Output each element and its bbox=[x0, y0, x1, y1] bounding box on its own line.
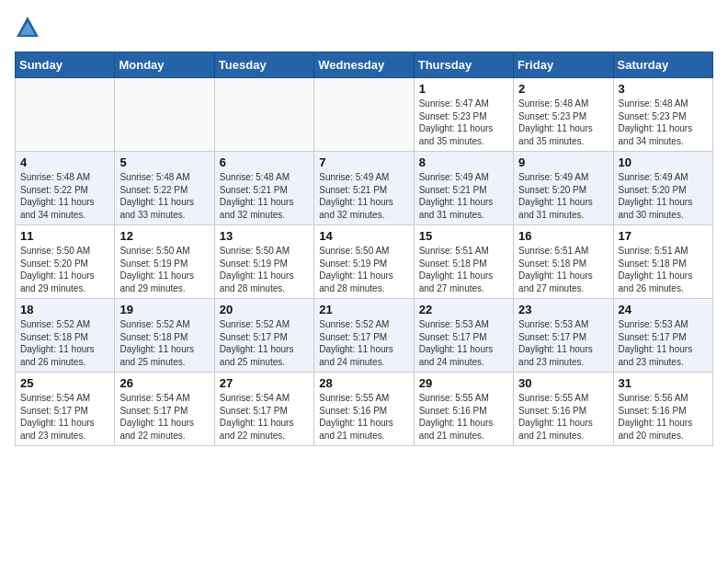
day-number: 17 bbox=[619, 229, 708, 243]
day-info: Sunrise: 5:54 AM Sunset: 5:17 PM Dayligh… bbox=[20, 392, 109, 442]
calendar-week-5: 25Sunrise: 5:54 AM Sunset: 5:17 PM Dayli… bbox=[16, 373, 713, 446]
day-number: 4 bbox=[20, 155, 109, 169]
day-info: Sunrise: 5:49 AM Sunset: 5:20 PM Dayligh… bbox=[619, 171, 708, 221]
weekday-header-wednesday: Wednesday bbox=[314, 52, 414, 78]
calendar-cell: 25Sunrise: 5:54 AM Sunset: 5:17 PM Dayli… bbox=[16, 373, 115, 446]
calendar-cell: 10Sunrise: 5:49 AM Sunset: 5:20 PM Dayli… bbox=[613, 152, 712, 225]
day-number: 13 bbox=[220, 229, 309, 243]
calendar-cell bbox=[314, 78, 414, 152]
calendar-cell: 9Sunrise: 5:49 AM Sunset: 5:20 PM Daylig… bbox=[514, 152, 613, 225]
logo-icon bbox=[15, 15, 40, 40]
day-info: Sunrise: 5:55 AM Sunset: 5:16 PM Dayligh… bbox=[419, 392, 508, 442]
day-number: 25 bbox=[20, 376, 109, 390]
day-info: Sunrise: 5:55 AM Sunset: 5:16 PM Dayligh… bbox=[518, 392, 608, 442]
calendar-cell: 4Sunrise: 5:48 AM Sunset: 5:22 PM Daylig… bbox=[16, 152, 115, 225]
day-info: Sunrise: 5:52 AM Sunset: 5:18 PM Dayligh… bbox=[119, 318, 209, 368]
calendar-cell: 18Sunrise: 5:52 AM Sunset: 5:18 PM Dayli… bbox=[16, 299, 115, 373]
day-info: Sunrise: 5:49 AM Sunset: 5:21 PM Dayligh… bbox=[319, 171, 408, 221]
day-info: Sunrise: 5:50 AM Sunset: 5:19 PM Dayligh… bbox=[319, 245, 408, 294]
day-info: Sunrise: 5:50 AM Sunset: 5:19 PM Dayligh… bbox=[119, 245, 209, 294]
day-number: 29 bbox=[419, 376, 508, 390]
day-number: 1 bbox=[419, 82, 508, 96]
day-info: Sunrise: 5:52 AM Sunset: 5:18 PM Dayligh… bbox=[20, 318, 109, 368]
calendar-week-4: 18Sunrise: 5:52 AM Sunset: 5:18 PM Dayli… bbox=[16, 299, 713, 373]
day-number: 16 bbox=[518, 229, 608, 243]
calendar-week-2: 4Sunrise: 5:48 AM Sunset: 5:22 PM Daylig… bbox=[16, 152, 713, 225]
day-number: 27 bbox=[220, 376, 309, 390]
page-header bbox=[15, 15, 713, 40]
day-info: Sunrise: 5:48 AM Sunset: 5:22 PM Dayligh… bbox=[119, 171, 209, 221]
day-number: 23 bbox=[518, 303, 608, 316]
calendar-cell: 30Sunrise: 5:55 AM Sunset: 5:16 PM Dayli… bbox=[514, 373, 613, 446]
weekday-header-saturday: Saturday bbox=[613, 52, 712, 78]
weekday-header-monday: Monday bbox=[115, 52, 214, 78]
day-info: Sunrise: 5:48 AM Sunset: 5:23 PM Dayligh… bbox=[619, 98, 708, 147]
calendar-cell: 2Sunrise: 5:48 AM Sunset: 5:23 PM Daylig… bbox=[514, 78, 613, 152]
day-info: Sunrise: 5:48 AM Sunset: 5:21 PM Dayligh… bbox=[220, 171, 309, 221]
calendar-cell: 23Sunrise: 5:53 AM Sunset: 5:17 PM Dayli… bbox=[514, 299, 613, 373]
day-number: 19 bbox=[119, 303, 209, 316]
day-number: 2 bbox=[518, 82, 608, 96]
calendar-cell: 19Sunrise: 5:52 AM Sunset: 5:18 PM Dayli… bbox=[115, 299, 214, 373]
day-info: Sunrise: 5:52 AM Sunset: 5:17 PM Dayligh… bbox=[220, 318, 309, 368]
day-info: Sunrise: 5:55 AM Sunset: 5:16 PM Dayligh… bbox=[319, 392, 408, 442]
calendar-cell bbox=[16, 78, 115, 152]
calendar-cell: 12Sunrise: 5:50 AM Sunset: 5:19 PM Dayli… bbox=[115, 225, 214, 299]
calendar-cell: 21Sunrise: 5:52 AM Sunset: 5:17 PM Dayli… bbox=[314, 299, 414, 373]
day-info: Sunrise: 5:49 AM Sunset: 5:21 PM Dayligh… bbox=[419, 171, 508, 221]
day-info: Sunrise: 5:51 AM Sunset: 5:18 PM Dayligh… bbox=[619, 245, 708, 294]
weekday-header-sunday: Sunday bbox=[16, 52, 115, 78]
calendar-cell: 1Sunrise: 5:47 AM Sunset: 5:23 PM Daylig… bbox=[414, 78, 513, 152]
day-info: Sunrise: 5:53 AM Sunset: 5:17 PM Dayligh… bbox=[619, 318, 708, 368]
day-number: 7 bbox=[319, 155, 408, 169]
calendar-cell: 13Sunrise: 5:50 AM Sunset: 5:19 PM Dayli… bbox=[214, 225, 313, 299]
day-info: Sunrise: 5:53 AM Sunset: 5:17 PM Dayligh… bbox=[419, 318, 508, 368]
day-number: 9 bbox=[518, 155, 608, 169]
day-info: Sunrise: 5:51 AM Sunset: 5:18 PM Dayligh… bbox=[419, 245, 508, 294]
calendar-cell: 31Sunrise: 5:56 AM Sunset: 5:16 PM Dayli… bbox=[613, 373, 712, 446]
calendar-cell: 11Sunrise: 5:50 AM Sunset: 5:20 PM Dayli… bbox=[16, 225, 115, 299]
calendar-cell: 3Sunrise: 5:48 AM Sunset: 5:23 PM Daylig… bbox=[613, 78, 712, 152]
calendar-cell: 20Sunrise: 5:52 AM Sunset: 5:17 PM Dayli… bbox=[214, 299, 313, 373]
day-info: Sunrise: 5:53 AM Sunset: 5:17 PM Dayligh… bbox=[518, 318, 608, 368]
day-info: Sunrise: 5:56 AM Sunset: 5:16 PM Dayligh… bbox=[619, 392, 708, 442]
day-number: 15 bbox=[419, 229, 508, 243]
day-info: Sunrise: 5:54 AM Sunset: 5:17 PM Dayligh… bbox=[119, 392, 209, 442]
day-number: 28 bbox=[319, 376, 408, 390]
day-number: 31 bbox=[619, 376, 708, 390]
day-number: 11 bbox=[20, 229, 109, 243]
calendar-cell: 7Sunrise: 5:49 AM Sunset: 5:21 PM Daylig… bbox=[314, 152, 414, 225]
day-info: Sunrise: 5:51 AM Sunset: 5:18 PM Dayligh… bbox=[518, 245, 608, 294]
day-info: Sunrise: 5:48 AM Sunset: 5:22 PM Dayligh… bbox=[20, 171, 109, 221]
calendar-table: SundayMondayTuesdayWednesdayThursdayFrid… bbox=[15, 52, 713, 446]
calendar-cell: 29Sunrise: 5:55 AM Sunset: 5:16 PM Dayli… bbox=[414, 373, 513, 446]
day-number: 18 bbox=[20, 303, 109, 316]
day-number: 26 bbox=[119, 376, 209, 390]
day-number: 5 bbox=[119, 155, 209, 169]
calendar-cell bbox=[214, 78, 313, 152]
calendar-cell: 16Sunrise: 5:51 AM Sunset: 5:18 PM Dayli… bbox=[514, 225, 613, 299]
weekday-header-friday: Friday bbox=[514, 52, 613, 78]
calendar-cell bbox=[115, 78, 214, 152]
calendar-header-row: SundayMondayTuesdayWednesdayThursdayFrid… bbox=[16, 52, 713, 78]
day-info: Sunrise: 5:49 AM Sunset: 5:20 PM Dayligh… bbox=[518, 171, 608, 221]
calendar-cell: 15Sunrise: 5:51 AM Sunset: 5:18 PM Dayli… bbox=[414, 225, 513, 299]
day-number: 10 bbox=[619, 155, 708, 169]
day-info: Sunrise: 5:52 AM Sunset: 5:17 PM Dayligh… bbox=[319, 318, 408, 368]
calendar-cell: 6Sunrise: 5:48 AM Sunset: 5:21 PM Daylig… bbox=[214, 152, 313, 225]
day-info: Sunrise: 5:50 AM Sunset: 5:20 PM Dayligh… bbox=[20, 245, 109, 294]
calendar-cell: 27Sunrise: 5:54 AM Sunset: 5:17 PM Dayli… bbox=[214, 373, 313, 446]
day-number: 6 bbox=[220, 155, 309, 169]
calendar-cell: 22Sunrise: 5:53 AM Sunset: 5:17 PM Dayli… bbox=[414, 299, 513, 373]
day-number: 8 bbox=[419, 155, 508, 169]
calendar-cell: 28Sunrise: 5:55 AM Sunset: 5:16 PM Dayli… bbox=[314, 373, 414, 446]
day-info: Sunrise: 5:47 AM Sunset: 5:23 PM Dayligh… bbox=[419, 98, 508, 147]
day-number: 3 bbox=[619, 82, 708, 96]
day-number: 21 bbox=[319, 303, 408, 316]
day-number: 22 bbox=[419, 303, 508, 316]
calendar-week-1: 1Sunrise: 5:47 AM Sunset: 5:23 PM Daylig… bbox=[16, 78, 713, 152]
calendar-cell: 17Sunrise: 5:51 AM Sunset: 5:18 PM Dayli… bbox=[613, 225, 712, 299]
calendar-cell: 24Sunrise: 5:53 AM Sunset: 5:17 PM Dayli… bbox=[613, 299, 712, 373]
day-number: 20 bbox=[220, 303, 309, 316]
day-number: 12 bbox=[119, 229, 209, 243]
